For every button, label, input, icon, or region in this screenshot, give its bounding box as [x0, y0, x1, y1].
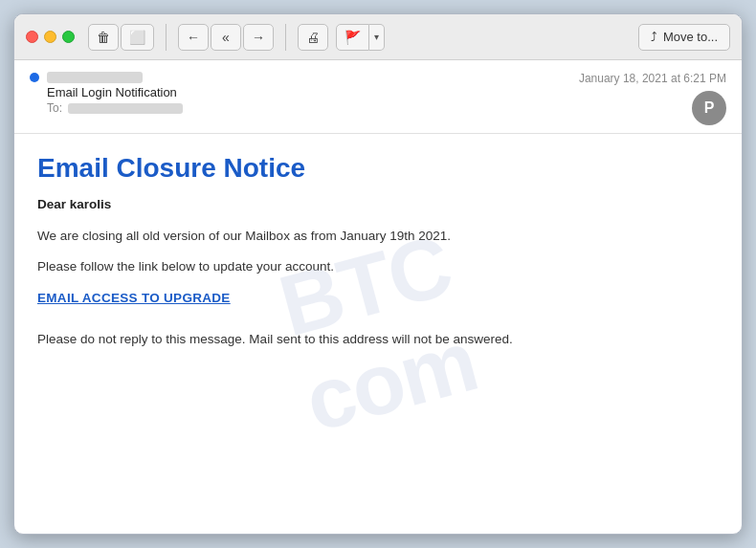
avatar: P [692, 91, 726, 125]
close-button[interactable] [26, 31, 38, 43]
mail-window: 🗑 ⬜ ← « → 🖨 🚩 [13, 13, 743, 535]
delete-button[interactable]: 🗑 [88, 24, 119, 51]
email-footer: Please do not reply to this message. Mai… [37, 330, 719, 349]
email-greeting: Dear karolis [37, 197, 719, 211]
move-to-label: Move to... [663, 30, 718, 44]
toolbar: 🗑 ⬜ ← « → 🖨 🚩 [14, 14, 742, 60]
sender-email-redacted [47, 72, 143, 83]
flag-button[interactable]: 🚩 [336, 24, 369, 51]
separator-1 [166, 24, 167, 51]
email-header: Email Login Notification To: January 18,… [14, 60, 742, 134]
email-date: January 18, 2021 at 6:21 PM [579, 72, 726, 85]
back-all-button[interactable]: « [211, 24, 241, 51]
email-title: Email Closure Notice [37, 153, 719, 184]
sender-line [30, 72, 183, 83]
archive-icon: ⬜ [129, 30, 145, 45]
forward-icon: → [252, 30, 265, 45]
email-body-paragraph-1: We are closing all old version of our Ma… [37, 227, 719, 246]
email-header-top: Email Login Notification To: January 18,… [30, 72, 726, 125]
print-icon: 🖨 [306, 30, 320, 45]
chevron-down-icon: ▾ [374, 32, 379, 42]
archive-button[interactable]: ⬜ [121, 24, 154, 51]
action-buttons: 🗑 ⬜ [88, 24, 154, 51]
traffic-lights [26, 31, 75, 43]
recipient-email-redacted [68, 103, 183, 114]
forward-button[interactable]: → [243, 24, 274, 51]
upgrade-link[interactable]: EMAIL ACCESS TO UPGRADE [37, 291, 231, 305]
header-right: January 18, 2021 at 6:21 PM P [579, 72, 726, 125]
move-to-icon: ⤴ [651, 30, 657, 44]
minimize-button[interactable] [44, 31, 56, 43]
sender-section: Email Login Notification To: [30, 72, 183, 115]
back-button[interactable]: ← [178, 24, 209, 51]
move-to-button[interactable]: ⤴ Move to... [638, 24, 730, 51]
flag-group: 🚩 ▾ [336, 24, 385, 51]
email-body-paragraph-2: Please follow the link below to update y… [37, 257, 719, 276]
flag-dropdown-button[interactable]: ▾ [369, 24, 385, 51]
print-button[interactable]: 🖨 [298, 24, 328, 51]
to-label: To: [47, 101, 62, 115]
email-body: BTCcom Email Closure Notice Dear karolis… [14, 134, 742, 534]
email-subject: Email Login Notification [30, 85, 183, 99]
separator-2 [285, 24, 286, 51]
to-line: To: [30, 101, 183, 115]
nav-buttons: ← « → [178, 24, 274, 51]
maximize-button[interactable] [62, 31, 75, 43]
back-all-icon: « [222, 30, 230, 45]
unread-indicator [30, 73, 39, 82]
flag-icon: 🚩 [345, 30, 361, 45]
back-icon: ← [187, 30, 200, 45]
delete-icon: 🗑 [97, 30, 110, 45]
